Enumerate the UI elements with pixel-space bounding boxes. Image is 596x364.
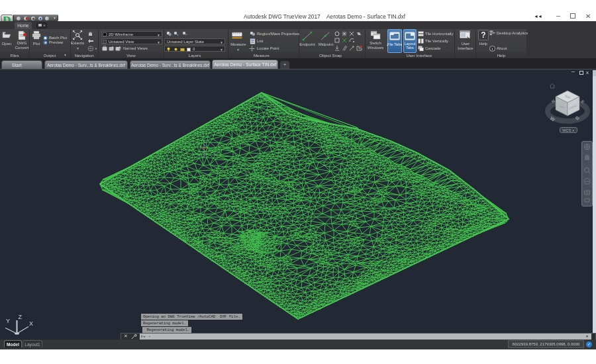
svg-text:i: i	[492, 46, 493, 51]
svg-text:Z: Z	[19, 314, 23, 320]
svg-text:X: X	[29, 320, 33, 327]
svg-text:Y: Y	[6, 318, 10, 324]
